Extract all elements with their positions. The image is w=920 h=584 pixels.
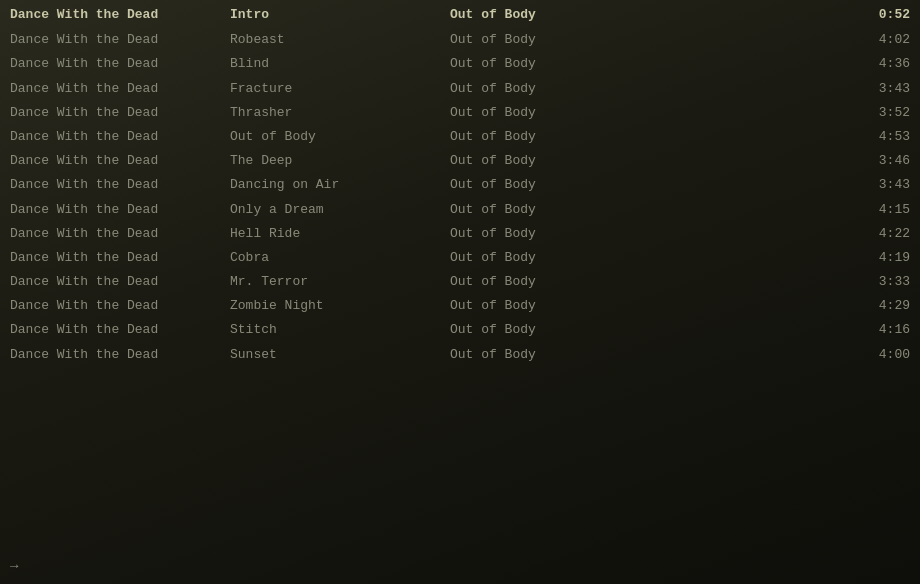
track-row[interactable]: Dance With the DeadOnly a DreamOut of Bo…	[0, 198, 920, 222]
track-row[interactable]: Dance With the DeadCobraOut of Body4:19	[0, 246, 920, 270]
track-artist: Dance With the Dead	[10, 225, 230, 243]
track-title: Cobra	[230, 249, 450, 267]
track-title: Hell Ride	[230, 225, 450, 243]
track-row[interactable]: Dance With the DeadBlindOut of Body4:36	[0, 52, 920, 76]
track-album: Out of Body	[450, 128, 850, 146]
track-row[interactable]: Dance With the DeadStitchOut of Body4:16	[0, 318, 920, 342]
track-title: Out of Body	[230, 128, 450, 146]
track-list-header: Dance With the Dead Intro Out of Body 0:…	[0, 0, 920, 28]
track-artist: Dance With the Dead	[10, 31, 230, 49]
track-row[interactable]: Dance With the DeadThrasherOut of Body3:…	[0, 101, 920, 125]
track-row[interactable]: Dance With the DeadSunsetOut of Body4:00	[0, 343, 920, 367]
track-duration: 4:19	[850, 249, 910, 267]
track-row[interactable]: Dance With the DeadFractureOut of Body3:…	[0, 77, 920, 101]
track-title: The Deep	[230, 152, 450, 170]
track-album: Out of Body	[450, 249, 850, 267]
track-row[interactable]: Dance With the DeadHell RideOut of Body4…	[0, 222, 920, 246]
track-row[interactable]: Dance With the DeadOut of BodyOut of Bod…	[0, 125, 920, 149]
track-album: Out of Body	[450, 321, 850, 339]
track-title: Only a Dream	[230, 201, 450, 219]
track-list: Dance With the Dead Intro Out of Body 0:…	[0, 0, 920, 367]
track-duration: 3:43	[850, 176, 910, 194]
track-title: Zombie Night	[230, 297, 450, 315]
track-duration: 3:33	[850, 273, 910, 291]
track-artist: Dance With the Dead	[10, 297, 230, 315]
track-title: Fracture	[230, 80, 450, 98]
track-album: Out of Body	[450, 152, 850, 170]
track-artist: Dance With the Dead	[10, 128, 230, 146]
track-title: Sunset	[230, 346, 450, 364]
track-duration: 4:02	[850, 31, 910, 49]
header-album: Out of Body	[450, 6, 850, 24]
track-row[interactable]: Dance With the DeadMr. TerrorOut of Body…	[0, 270, 920, 294]
track-duration: 3:52	[850, 104, 910, 122]
track-title: Thrasher	[230, 104, 450, 122]
header-title: Intro	[230, 6, 450, 24]
track-artist: Dance With the Dead	[10, 176, 230, 194]
track-duration: 4:36	[850, 55, 910, 73]
track-album: Out of Body	[450, 176, 850, 194]
track-row[interactable]: Dance With the DeadRobeastOut of Body4:0…	[0, 28, 920, 52]
track-album: Out of Body	[450, 31, 850, 49]
track-album: Out of Body	[450, 346, 850, 364]
track-title: Blind	[230, 55, 450, 73]
track-artist: Dance With the Dead	[10, 249, 230, 267]
track-artist: Dance With the Dead	[10, 321, 230, 339]
track-duration: 4:29	[850, 297, 910, 315]
track-duration: 3:46	[850, 152, 910, 170]
track-title: Robeast	[230, 31, 450, 49]
track-artist: Dance With the Dead	[10, 346, 230, 364]
track-artist: Dance With the Dead	[10, 104, 230, 122]
header-duration: 0:52	[850, 6, 910, 24]
track-album: Out of Body	[450, 297, 850, 315]
track-row[interactable]: Dance With the DeadDancing on AirOut of …	[0, 173, 920, 197]
track-artist: Dance With the Dead	[10, 201, 230, 219]
track-duration: 4:16	[850, 321, 910, 339]
track-duration: 4:00	[850, 346, 910, 364]
header-artist: Dance With the Dead	[10, 6, 230, 24]
track-duration: 4:15	[850, 201, 910, 219]
track-duration: 4:53	[850, 128, 910, 146]
track-album: Out of Body	[450, 104, 850, 122]
track-artist: Dance With the Dead	[10, 273, 230, 291]
track-album: Out of Body	[450, 273, 850, 291]
track-row[interactable]: Dance With the DeadThe DeepOut of Body3:…	[0, 149, 920, 173]
track-album: Out of Body	[450, 80, 850, 98]
track-artist: Dance With the Dead	[10, 152, 230, 170]
track-title: Dancing on Air	[230, 176, 450, 194]
track-duration: 4:22	[850, 225, 910, 243]
track-row[interactable]: Dance With the DeadZombie NightOut of Bo…	[0, 294, 920, 318]
track-title: Mr. Terror	[230, 273, 450, 291]
track-artist: Dance With the Dead	[10, 80, 230, 98]
arrow-indicator: →	[10, 558, 18, 574]
track-title: Stitch	[230, 321, 450, 339]
track-artist: Dance With the Dead	[10, 55, 230, 73]
track-album: Out of Body	[450, 201, 850, 219]
track-duration: 3:43	[850, 80, 910, 98]
track-album: Out of Body	[450, 225, 850, 243]
track-album: Out of Body	[450, 55, 850, 73]
